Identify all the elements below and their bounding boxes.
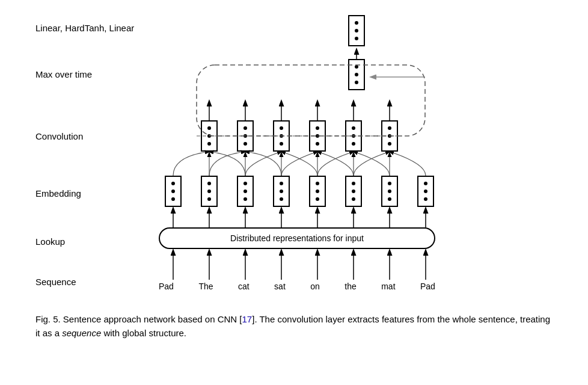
word-cat: cat: [238, 282, 250, 291]
label-linear: Linear, HardTanh, Linear: [35, 23, 134, 33]
lookup-bar: Distributed representations for input: [159, 227, 435, 249]
emb-node-6: [345, 176, 362, 207]
dot: [355, 73, 358, 76]
linear-output-node: [348, 15, 365, 46]
conv-node-6: [381, 120, 398, 152]
dot: [355, 21, 358, 25]
emb-node-3: [237, 176, 254, 207]
conv-node-2: [237, 120, 254, 152]
word-mat: mat: [381, 282, 395, 291]
word-pad2: Pad: [420, 282, 435, 291]
label-max: Max over time: [35, 69, 92, 79]
emb-node-1: [165, 176, 182, 207]
conv-node-4: [309, 120, 326, 152]
conv-node-1: [201, 120, 218, 152]
caption-suffix: with global structure.: [101, 328, 186, 338]
word-sat: sat: [274, 282, 286, 291]
emb-node-2: [201, 176, 218, 207]
max-node: [348, 59, 365, 90]
conv-node-3: [273, 120, 290, 152]
label-embedding: Embedding: [35, 188, 81, 199]
label-convolution: Convolution: [35, 131, 83, 141]
emb-node-5: [309, 176, 326, 207]
word-the2: the: [345, 282, 356, 291]
caption: Fig. 5. Sentence approach network based …: [35, 313, 553, 340]
label-sequence: Sequence: [35, 277, 76, 287]
label-lookup: Lookup: [35, 236, 65, 247]
diagram-svg: [35, 12, 553, 307]
word-pad1: Pad: [159, 282, 174, 291]
dot: [355, 37, 358, 40]
caption-prefix: Fig. 5. Sentence approach network based …: [35, 314, 242, 324]
conv-node-5: [345, 120, 362, 152]
sequence-words: Pad The cat sat on the mat Pad: [159, 282, 435, 291]
emb-node-4: [273, 176, 290, 207]
dot: [355, 29, 358, 32]
dot: [355, 81, 358, 84]
word-on: on: [310, 282, 320, 291]
emb-node-8: [417, 176, 434, 207]
caption-ref: 17: [242, 314, 253, 324]
emb-node-7: [381, 176, 398, 207]
caption-italic: sequence: [62, 328, 101, 338]
dot: [355, 65, 358, 69]
word-the: The: [198, 282, 213, 291]
diagram: Linear, HardTanh, Linear Max over time C…: [35, 12, 553, 307]
